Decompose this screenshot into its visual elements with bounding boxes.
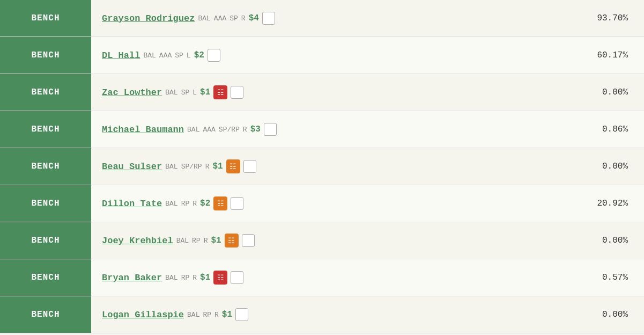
player-price: $3 xyxy=(250,125,261,134)
player-price: $2 xyxy=(200,199,210,208)
table-row: BENCHLogan GillaspieBALRPR$10.00% xyxy=(0,296,644,333)
player-tag: BAL xyxy=(198,14,210,23)
player-info-cell: Michael BaumannBALAAASP/RPR$3 xyxy=(91,123,574,136)
player-name[interactable]: DL Hall xyxy=(102,50,140,61)
bench-label: BENCH xyxy=(0,185,91,222)
stats-icon[interactable]: ☷ xyxy=(213,196,227,210)
ownership-pct: 0.00% xyxy=(574,88,644,97)
player-name[interactable]: Dillon Tate xyxy=(102,199,162,209)
table-row: BENCHJoey KrehbielBALRPR$1☷0.00% xyxy=(0,222,644,259)
stats-icon[interactable]: ☷ xyxy=(225,234,239,247)
player-tag: BAL xyxy=(187,126,199,134)
player-tag: SP xyxy=(181,89,190,97)
ownership-pct: 0.86% xyxy=(574,125,644,134)
bench-label: BENCH xyxy=(0,111,91,148)
table-row: BENCHZac LowtherBALSPL$1☷0.00% xyxy=(0,74,644,111)
stats-icon[interactable]: ☷ xyxy=(213,85,227,99)
bench-label: BENCH xyxy=(0,259,91,296)
player-info-cell: Joey KrehbielBALRPR$1☷ xyxy=(91,234,574,247)
add-button[interactable] xyxy=(264,123,277,136)
player-tag: BAL xyxy=(143,52,156,60)
player-table: BENCHGrayson RodriguezBALAAASPR$493.70%B… xyxy=(0,0,644,333)
bench-label: BENCH xyxy=(0,222,91,259)
player-price: $1 xyxy=(200,273,210,282)
stats-icon[interactable]: ☷ xyxy=(226,159,240,173)
player-tag: BAL xyxy=(176,237,189,245)
player-name[interactable]: Michael Baumann xyxy=(102,125,184,135)
player-price: $1 xyxy=(200,88,210,97)
ownership-pct: 0.00% xyxy=(574,236,644,245)
table-row: BENCHDL HallBALAAASPL$260.17% xyxy=(0,37,644,74)
player-info-cell: Zac LowtherBALSPL$1☷ xyxy=(91,85,574,99)
player-name[interactable]: Logan Gillaspie xyxy=(102,310,184,320)
ownership-pct: 20.92% xyxy=(574,199,644,208)
table-row: BENCHMichael BaumannBALAAASP/RPR$30.86% xyxy=(0,111,644,148)
player-info-cell: DL HallBALAAASPL$2 xyxy=(91,49,574,62)
player-tag: SP/RP xyxy=(219,126,240,134)
player-price: $1 xyxy=(212,162,223,171)
add-button[interactable] xyxy=(262,12,275,25)
ownership-pct: 0.00% xyxy=(574,310,644,319)
table-row: BENCHGrayson RodriguezBALAAASPR$493.70% xyxy=(0,0,644,37)
player-tag: R xyxy=(243,126,247,134)
player-tag: SP xyxy=(230,14,238,23)
bench-label: BENCH xyxy=(0,148,91,185)
table-row: BENCHBryan BakerBALRPR$1☷0.57% xyxy=(0,259,644,296)
add-button[interactable] xyxy=(208,49,220,62)
player-tag: BAL xyxy=(187,311,199,319)
player-info-cell: Dillon TateBALRPR$2☷ xyxy=(91,196,574,210)
ownership-pct: 0.00% xyxy=(574,162,644,171)
stats-icon[interactable]: ☷ xyxy=(213,271,227,285)
bench-label: BENCH xyxy=(0,296,91,333)
player-tag: R xyxy=(205,163,210,171)
player-info-cell: Logan GillaspieBALRPR$1 xyxy=(91,308,574,321)
player-tag: RP xyxy=(203,311,211,319)
player-tag: R xyxy=(241,14,246,23)
player-tag: BAL xyxy=(165,89,177,97)
player-tag: L xyxy=(187,52,191,60)
player-price: $4 xyxy=(249,13,259,23)
add-button[interactable] xyxy=(231,197,243,210)
add-button[interactable] xyxy=(243,160,256,173)
player-info-cell: Grayson RodriguezBALAAASPR$4 xyxy=(91,12,574,25)
player-tag: R xyxy=(204,237,208,245)
ownership-pct: 0.57% xyxy=(574,273,644,282)
player-name[interactable]: Grayson Rodriguez xyxy=(102,13,195,24)
bench-label: BENCH xyxy=(0,74,91,111)
player-name[interactable]: Zac Lowther xyxy=(102,88,162,98)
add-button[interactable] xyxy=(235,308,248,321)
player-tag: RP xyxy=(192,237,201,245)
player-tag: SP/RP xyxy=(181,163,202,171)
player-tag: BAL xyxy=(165,163,177,171)
ownership-pct: 93.70% xyxy=(574,13,644,23)
bench-label: BENCH xyxy=(0,37,91,74)
player-name[interactable]: Joey Krehbiel xyxy=(102,236,173,246)
player-tag: BAL xyxy=(165,274,177,282)
player-tag: L xyxy=(193,89,197,97)
table-row: BENCHDillon TateBALRPR$2☷20.92% xyxy=(0,185,644,222)
player-tag: AAA xyxy=(159,52,172,60)
player-price: $1 xyxy=(222,310,232,319)
player-tag: R xyxy=(214,311,219,319)
add-button[interactable] xyxy=(231,271,243,284)
player-info-cell: Bryan BakerBALRPR$1☷ xyxy=(91,271,574,285)
table-row: BENCHBeau SulserBALSP/RPR$1☷0.00% xyxy=(0,148,644,185)
player-tag: R xyxy=(193,200,197,208)
player-tag: AAA xyxy=(203,126,215,134)
add-button[interactable] xyxy=(231,86,243,99)
player-tag: SP xyxy=(175,52,183,60)
add-button[interactable] xyxy=(242,234,255,247)
player-name[interactable]: Beau Sulser xyxy=(102,162,162,172)
bench-label: BENCH xyxy=(0,0,91,37)
player-info-cell: Beau SulserBALSP/RPR$1☷ xyxy=(91,159,574,173)
player-price: $1 xyxy=(211,236,221,245)
player-name[interactable]: Bryan Baker xyxy=(102,273,162,283)
player-tag: AAA xyxy=(214,14,226,23)
player-price: $2 xyxy=(194,50,204,60)
player-tag: RP xyxy=(181,200,190,208)
player-tag: R xyxy=(193,274,197,282)
player-tag: BAL xyxy=(165,200,177,208)
ownership-pct: 60.17% xyxy=(574,50,644,60)
player-tag: RP xyxy=(181,274,190,282)
